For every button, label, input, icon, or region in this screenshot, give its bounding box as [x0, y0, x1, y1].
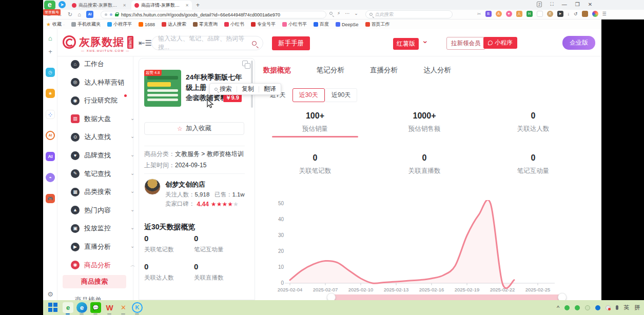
sidebar-item-10[interactable]: ▶直播分析⌄	[71, 241, 131, 252]
tab-close-icon[interactable]: ✕	[123, 3, 126, 8]
main-stat[interactable]: 0关联笔记数	[274, 153, 356, 175]
strip-settings-icon[interactable]: ⚙	[46, 290, 55, 299]
bookmark-item[interactable]: 达人搜索	[162, 21, 186, 28]
pin-extension-icon[interactable]: ➤	[557, 11, 563, 17]
version-chevron-icon[interactable]: ⌄	[422, 36, 428, 45]
sidebar-item-5[interactable]: ♥品牌查找⌄	[71, 150, 131, 161]
main-stat[interactable]: 0笔记互动量	[492, 153, 574, 175]
bookmark-item[interactable]: 1688	[139, 22, 155, 27]
range-button[interactable]: 近30天	[292, 88, 325, 102]
add-favorite-button[interactable]: ☆ 加入收藏	[144, 122, 244, 135]
sidebar-item-2[interactable]: ◉行业研究院	[71, 95, 131, 106]
sidebar-item-7[interactable]: ▦品类搜索⌄	[71, 186, 131, 198]
strip-home-icon[interactable]: ⌂	[46, 34, 55, 43]
sales-trend-chart[interactable]: 010203040502025-02-042025-02-072025-02-1…	[254, 200, 601, 303]
product-image[interactable]: 超赞 4.8	[144, 70, 181, 107]
detail-tab-数据概览[interactable]: 数据概览	[263, 66, 291, 75]
sidebar-item-9[interactable]: ▣投放监控⌄	[71, 223, 131, 234]
app-logo[interactable]: 灰豚数据 红薯版	[63, 35, 133, 49]
detail-tab-笔记分析[interactable]: 笔记分析	[317, 66, 344, 75]
profile-icon[interactable]	[592, 11, 598, 17]
sidebar-item-4[interactable]: ⊙达人查找⌄	[71, 131, 131, 143]
handbook-button[interactable]: 新手手册	[272, 36, 310, 50]
close-button[interactable]: ✕	[588, 2, 592, 7]
home-button[interactable]: ⌂	[77, 11, 81, 17]
taskbar-wechat-icon[interactable]: 💬	[90, 302, 101, 313]
extension-icon[interactable]: A	[496, 11, 502, 17]
bookmark-item[interactable]: DeepSe	[336, 22, 359, 27]
extension-icon[interactable]: 人	[516, 11, 522, 17]
tray-lang-en[interactable]: 英	[623, 304, 629, 311]
back-button[interactable]: ←	[46, 11, 52, 17]
more-icon[interactable]: ⋯	[345, 11, 349, 16]
strip-add-icon[interactable]: +	[46, 47, 55, 56]
sidebar-item-6[interactable]: ✎笔记查找⌄	[71, 168, 131, 180]
tray-mic-icon[interactable]	[616, 305, 618, 310]
strip-app-ai-icon[interactable]: AI	[46, 152, 55, 161]
bookmark-item[interactable]: 零克查询	[193, 21, 218, 28]
messenger-icon[interactable]: ➤	[58, 1, 66, 8]
shop-avatar[interactable]	[144, 179, 161, 195]
forward-button[interactable]: →	[57, 11, 63, 17]
tab-close-icon[interactable]: ✕	[185, 3, 189, 8]
context-translate-item[interactable]: 翻译	[259, 85, 281, 93]
bookmark-item[interactable]: 首页工作	[365, 21, 390, 28]
detail-tab-直播分析[interactable]: 直播分析	[370, 66, 398, 75]
start-button[interactable]	[48, 303, 57, 312]
scissors-icon[interactable]: ✂	[477, 11, 481, 16]
extension-icon[interactable]: B	[485, 11, 492, 17]
main-stat[interactable]: 100+预估销量	[274, 111, 356, 133]
extension-icon[interactable]: 犬	[547, 11, 553, 17]
taskbar-k-app-icon[interactable]: K	[132, 302, 143, 313]
main-stat[interactable]: 0关联直播数	[383, 153, 465, 175]
tab-count-badge[interactable]: 2	[537, 2, 542, 7]
sidebar-subitem-product-search[interactable]: 商品搜索	[63, 275, 126, 288]
browser-tab[interactable]: 商品搜索-灰豚数据红薯版✕	[69, 1, 129, 10]
menu-icon[interactable]: ☰	[602, 11, 607, 16]
strip-app-star-icon[interactable]: ★	[46, 89, 55, 98]
invite-member-button[interactable]: 拉新领会员	[446, 37, 485, 50]
main-stat[interactable]: 1000+预估销售额	[383, 111, 465, 133]
taskbar-x-app-icon[interactable]: ✕	[118, 302, 129, 313]
bolt-icon[interactable]: ⚡	[337, 11, 340, 16]
browser-search-box[interactable]: 点此搜索	[365, 10, 453, 18]
tray-pale-icon[interactable]	[585, 305, 590, 310]
tray-bluetooth-icon[interactable]	[595, 305, 600, 310]
miniprogram-button[interactable]: 小程序	[483, 37, 517, 49]
bookmark-item[interactable]: 手机收藏夹	[71, 21, 101, 28]
extension-icon[interactable]	[537, 11, 543, 17]
bookmark-item[interactable]: 小红书平	[282, 21, 307, 28]
sidebar-item-0[interactable]: ⌂工作台	[71, 58, 131, 70]
bookmark-item[interactable]: 小程序平	[107, 21, 132, 28]
browser-tab[interactable]: 商品详情-灰豚数据红薯版✕	[131, 1, 192, 10]
downloads-icon[interactable]: ↓	[568, 11, 570, 16]
sidebar-item-1[interactable]: ◎达人种草营销	[71, 77, 131, 88]
minimize-button[interactable]: —	[562, 2, 567, 7]
strip-app-clock-icon[interactable]: ◷	[46, 68, 55, 77]
range-button[interactable]: 近90天	[325, 88, 357, 102]
strip-app-purple-icon[interactable]: ◓	[46, 173, 55, 182]
browser-logo[interactable]: e	[44, 1, 55, 10]
history-icon[interactable]: ↺	[574, 11, 578, 16]
maximize-button[interactable]: ❐	[575, 2, 580, 7]
tray-record-icon[interactable]	[606, 305, 611, 310]
main-stat[interactable]: 0关联达人数	[492, 111, 574, 133]
chevron-down-icon[interactable]: ⌄	[354, 11, 358, 16]
taskbar-wps-icon[interactable]: W	[104, 302, 115, 313]
shop-name[interactable]: 创梦文创的店	[165, 180, 205, 189]
bag-icon[interactable]	[582, 11, 588, 17]
extension-icon[interactable]: ♥	[506, 11, 512, 17]
bookmark-item[interactable]: 专业号平	[251, 21, 276, 28]
app-search-input[interactable]: 输入达人、笔记、品牌、热词等搜...	[151, 36, 263, 50]
search-icon[interactable]	[252, 41, 257, 46]
tray-green-icon[interactable]	[575, 305, 580, 310]
image-compare-icon[interactable]	[245, 63, 250, 69]
tray-expand-icon[interactable]: ^	[557, 305, 559, 311]
bookmark-item[interactable]: 小红书	[224, 21, 244, 28]
strip-app-dots-icon[interactable]: ⁘	[46, 110, 55, 119]
ai-assistant-icon[interactable]: AI	[86, 11, 93, 18]
reload-button[interactable]: ↻	[68, 11, 72, 18]
context-copy-item[interactable]: 复制	[237, 85, 259, 93]
sidebar-item-8[interactable]: ▲热门内容⌄	[71, 205, 131, 216]
new-tab-button[interactable]: +	[196, 2, 200, 9]
